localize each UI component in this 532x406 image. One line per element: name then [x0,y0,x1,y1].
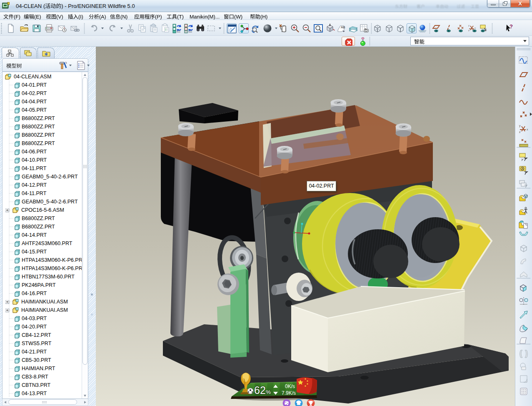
svg-text:y: y [519,124,521,128]
svg-text:%: % [266,389,271,395]
svg-text:A: A [522,167,524,170]
svg-text:?: ? [510,23,513,30]
svg-text:x: x [527,128,528,131]
svg-text:0K/s: 0K/s [285,383,295,389]
svg-text:z: z [519,130,521,133]
svg-text:62: 62 [254,384,266,396]
svg-text:y: y [468,24,470,27]
svg-text:x: x [475,27,476,29]
svg-text:AB: AB [341,25,345,29]
svg-text:z: z [468,29,470,32]
svg-text:7.9K/s: 7.9K/s [282,390,296,396]
